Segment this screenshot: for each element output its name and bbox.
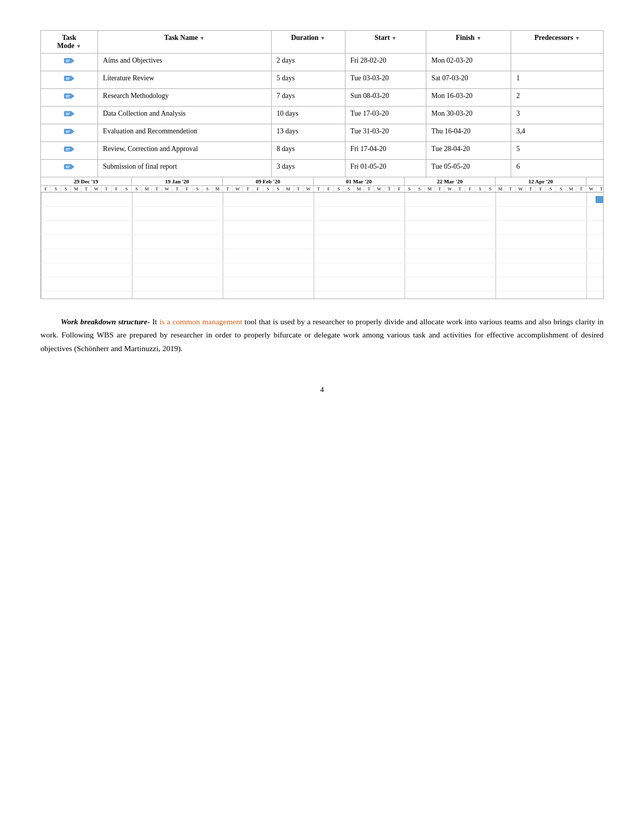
svg-marker-13	[72, 112, 74, 116]
gantt-chart: 29 Dec '1919 Jan '2009 Feb '2001 Mar '20…	[40, 177, 604, 299]
table-cell-4-1: 13 days	[271, 124, 345, 142]
table-cell-2-1: 7 days	[271, 89, 345, 107]
bold-italic-text: Work breakdown structure	[61, 317, 147, 326]
svg-rect-24	[64, 164, 72, 169]
table-cell-2-2: Sun 08-03-20	[345, 89, 426, 107]
svg-marker-21	[72, 147, 74, 152]
gantt-day-46: T	[506, 186, 516, 192]
gantt-day-36: S	[405, 186, 415, 192]
svg-marker-25	[72, 165, 74, 169]
task-mode-cell	[41, 160, 98, 177]
body-paragraph: Work breakdown structure- It is a common…	[40, 315, 604, 355]
col-header-finish[interactable]: Finish ▼	[426, 31, 511, 54]
gantt-day-43: S	[475, 186, 485, 192]
task-mode-cell	[41, 107, 98, 124]
table-cell-4-0: Evaluation and Recommendetion	[97, 124, 271, 142]
table-cell-5-4: 5	[511, 142, 604, 160]
page-number: 4	[40, 385, 604, 394]
colored-text: is a common management	[159, 317, 242, 326]
table-cell-4-2: Tue 31-03-20	[345, 124, 426, 142]
table-cell-3-3: Mon 30-03-20	[426, 107, 511, 124]
gantt-day-41: T	[455, 186, 465, 192]
table-cell-1-3: Sat 07-03-20	[426, 71, 511, 89]
table-cell-3-1: 10 days	[271, 107, 345, 124]
table-cell-6-4: 6	[511, 160, 604, 177]
gantt-day-40: W	[445, 186, 455, 192]
gantt-day-4: T	[81, 186, 91, 192]
gantt-day-6: T	[102, 186, 112, 192]
col-header-task-name[interactable]: Task Name ▼	[97, 31, 271, 54]
gantt-day-54: W	[586, 186, 597, 192]
task-mode-cell	[41, 54, 98, 71]
task-mode-cell	[41, 142, 98, 160]
table-cell-0-0: Aims and Objectives	[97, 54, 271, 71]
gantt-day-42: F	[465, 186, 475, 192]
table-cell-6-3: Tue 05-05-20	[426, 160, 511, 177]
svg-rect-20	[64, 146, 72, 152]
gantt-day-3: M	[71, 186, 81, 192]
gantt-day-53: T	[576, 186, 586, 192]
gantt-day-19: W	[233, 186, 243, 192]
gantt-day-47: W	[516, 186, 526, 192]
gantt-row-4: Evaluation and Recommendetion	[41, 249, 604, 263]
table-cell-1-4: 1	[511, 71, 604, 89]
table-cell-1-1: 5 days	[271, 71, 345, 89]
task-mode-cell	[41, 124, 98, 142]
table-cell-1-0: Literature Review	[97, 71, 271, 89]
col-header-start[interactable]: Start ▼	[345, 31, 426, 54]
col-header-task-mode[interactable]: TaskMode ▼	[41, 31, 98, 54]
gantt-day-29: S	[334, 186, 344, 192]
col-header-duration[interactable]: Duration ▼	[271, 31, 345, 54]
gantt-day-52: M	[566, 186, 576, 192]
svg-rect-0	[64, 58, 72, 63]
gantt-day-0: F	[41, 186, 51, 192]
gantt-day-50: S	[546, 186, 556, 192]
gantt-day-25: T	[293, 186, 304, 192]
gantt-day-32: T	[364, 186, 374, 192]
gantt-day-12: W	[162, 186, 172, 192]
table-cell-5-1: 8 days	[271, 142, 345, 160]
gantt-day-26: W	[304, 186, 314, 192]
gantt-day-5: W	[91, 186, 102, 192]
table-cell-5-0: Review, Correction and Approval	[97, 142, 271, 160]
table-cell-2-0: Research Methodology	[97, 89, 271, 107]
gantt-row-3: Data Collection and Analysis	[41, 235, 604, 249]
svg-rect-16	[64, 129, 72, 134]
table-cell-0-2: Fri 28-02-20	[345, 54, 426, 71]
gantt-day-39: T	[435, 186, 445, 192]
gantt-day-44: S	[485, 186, 496, 192]
gantt-day-38: M	[425, 186, 435, 192]
gantt-day-9: S	[132, 186, 142, 192]
svg-marker-17	[72, 129, 74, 134]
gantt-day-49: F	[536, 186, 546, 192]
gantt-day-10: M	[142, 186, 152, 192]
gantt-row-2: Research Methodology	[41, 221, 604, 235]
gantt-day-37: S	[415, 186, 425, 192]
table-cell-1-2: Tue 03-03-20	[345, 71, 426, 89]
gantt-day-20: T	[243, 186, 253, 192]
gantt-day-21: F	[253, 186, 263, 192]
intro-plain: It	[150, 317, 159, 326]
gantt-day-11: T	[152, 186, 162, 192]
gantt-day-45: M	[496, 186, 506, 192]
gantt-period-0: 29 Dec '19	[41, 177, 132, 185]
gantt-day-2: S	[61, 186, 71, 192]
gantt-row-5: Review, Correction and Approval	[41, 263, 604, 277]
gantt-period-5: 12 Apr '20	[496, 177, 586, 185]
col-header-predecessors[interactable]: Predecessors ▼	[511, 31, 604, 54]
gantt-day-18: T	[223, 186, 233, 192]
svg-marker-5	[72, 76, 74, 81]
gantt-day-14: F	[182, 186, 192, 192]
gantt-period-4: 22 Mar '20	[405, 177, 496, 185]
gantt-day-23: S	[273, 186, 283, 192]
svg-rect-8	[64, 93, 72, 99]
gantt-day-13: T	[172, 186, 182, 192]
table-cell-6-2: Fri 01-05-20	[345, 160, 426, 177]
gantt-day-28: F	[324, 186, 334, 192]
gantt-period-3: 01 Mar '20	[314, 177, 405, 185]
gantt-day-17: M	[213, 186, 223, 192]
table-cell-6-0: Submission of final report	[97, 160, 271, 177]
gantt-row-0: Aims and Objectives	[41, 192, 604, 207]
gantt-row-1: Literature Review	[41, 207, 604, 221]
gantt-day-22: S	[263, 186, 273, 192]
